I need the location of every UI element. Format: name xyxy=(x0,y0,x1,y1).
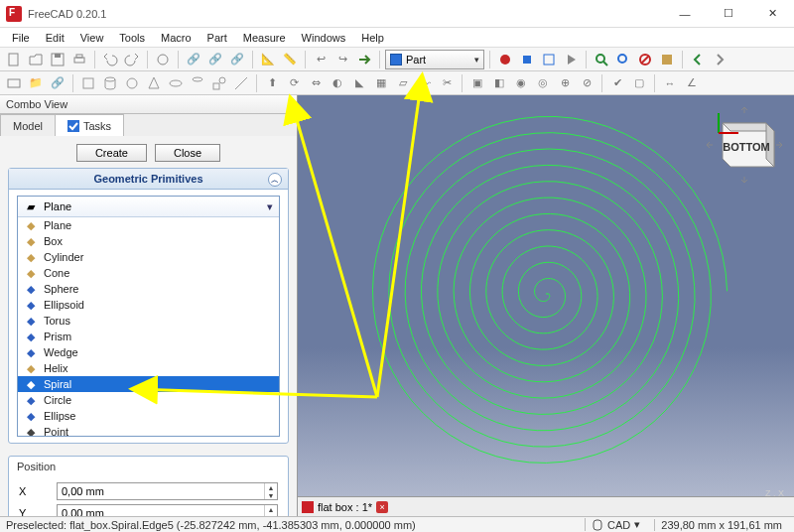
primitive-item-circle[interactable]: ◆Circle xyxy=(18,392,279,408)
3d-viewport[interactable]: BOTTOM Z . X flat box : 1* × xyxy=(298,95,794,516)
link-group-icon[interactable]: 🔗 xyxy=(205,50,225,69)
macro-list-icon[interactable] xyxy=(539,50,559,69)
sphere-icon[interactable] xyxy=(122,73,142,93)
go-icon[interactable] xyxy=(354,50,374,69)
menu-edit[interactable]: Edit xyxy=(38,30,72,46)
loft-icon[interactable]: ▱ xyxy=(393,73,413,93)
maximize-button[interactable]: ☐ xyxy=(707,0,750,28)
defeature-icon[interactable]: ▢ xyxy=(629,73,649,93)
measure-linear-icon[interactable]: ↔ xyxy=(660,73,680,93)
macro-stop-icon[interactable] xyxy=(517,50,537,69)
zoom-fit-icon[interactable] xyxy=(613,50,633,69)
primitives-icon[interactable] xyxy=(209,73,229,93)
cube-icon[interactable] xyxy=(78,73,98,93)
menu-macro[interactable]: Macro xyxy=(153,30,199,46)
y-spinbox[interactable]: ▲▼ xyxy=(57,504,278,516)
bool-compound-icon[interactable]: ▣ xyxy=(467,73,487,93)
bool-common-icon[interactable]: ◎ xyxy=(533,73,553,93)
primitive-item-wedge[interactable]: ◆Wedge xyxy=(18,344,279,360)
measure-2-icon[interactable]: 📏 xyxy=(280,50,300,69)
cone-icon[interactable] xyxy=(144,73,164,93)
check-icon[interactable]: ✔ xyxy=(607,73,627,93)
fillet-icon[interactable]: ◐ xyxy=(328,73,347,93)
primitive-item-torus[interactable]: ◆Torus xyxy=(18,313,279,329)
section-icon[interactable]: ✂ xyxy=(437,73,457,93)
x-spinbox[interactable]: ▲▼ xyxy=(57,482,278,500)
part-folder-icon[interactable]: 📁 xyxy=(26,73,46,93)
menu-help[interactable]: Help xyxy=(353,30,392,46)
revolve-icon[interactable]: ⟳ xyxy=(284,73,304,93)
primitive-item-cylinder[interactable]: ◆Cylinder xyxy=(18,249,279,265)
macro-record-icon[interactable] xyxy=(495,50,515,69)
refresh-icon[interactable] xyxy=(153,50,173,69)
tab-tasks[interactable]: Tasks xyxy=(55,114,124,136)
bool-union-icon[interactable]: ◉ xyxy=(511,73,531,93)
part-link-icon[interactable]: 🔗 xyxy=(48,73,67,93)
print-icon[interactable] xyxy=(69,50,89,69)
y-input[interactable] xyxy=(58,505,264,516)
save-icon[interactable] xyxy=(48,50,67,69)
primitive-item-plane[interactable]: ◆Plane xyxy=(18,217,279,233)
cylinder-icon[interactable] xyxy=(100,73,120,93)
menu-measure[interactable]: Measure xyxy=(235,30,294,46)
workbench-selector[interactable]: Part ▾ xyxy=(385,50,484,69)
minimize-button[interactable]: ― xyxy=(663,0,707,28)
open-icon[interactable] xyxy=(26,50,46,69)
link-replace-icon[interactable]: 🔗 xyxy=(227,50,247,69)
geometric-primitives-header[interactable]: Geometric Primitives ︿ xyxy=(9,169,288,190)
forward-icon[interactable]: ↪ xyxy=(332,50,352,69)
new-doc-icon[interactable] xyxy=(4,50,24,69)
bool-split-icon[interactable]: ⊘ xyxy=(577,73,596,93)
status-cad-cell[interactable]: CAD ▾ xyxy=(585,518,646,531)
primitive-item-spiral[interactable]: ◆Spiral xyxy=(18,376,279,392)
menu-part[interactable]: Part xyxy=(199,30,235,46)
primitive-dropdown[interactable]: ▰ Plane ▾ ◆Plane◆Box◆Cylinder◆Cone◆Spher… xyxy=(17,196,280,437)
nav-fwd-icon[interactable] xyxy=(710,50,729,69)
tube-icon[interactable] xyxy=(188,73,207,93)
link-icon[interactable]: 🔗 xyxy=(184,50,203,69)
collapse-icon[interactable]: ︿ xyxy=(268,173,282,187)
doc-tab-close-icon[interactable]: × xyxy=(376,501,388,513)
extrude-icon[interactable]: ⬆ xyxy=(262,73,282,93)
x-input[interactable] xyxy=(58,483,264,499)
menu-view[interactable]: View xyxy=(72,30,112,46)
primitive-item-box[interactable]: ◆Box xyxy=(18,233,279,249)
no-icon[interactable] xyxy=(635,50,655,69)
shapebuilder-icon[interactable] xyxy=(231,73,251,93)
menu-file[interactable]: File xyxy=(4,30,38,46)
primitive-item-prism[interactable]: ◆Prism xyxy=(18,329,279,344)
close-window-button[interactable]: ✕ xyxy=(750,0,794,28)
x-spin-arrows[interactable]: ▲▼ xyxy=(264,483,277,499)
sweep-icon[interactable]: 〰 xyxy=(415,73,435,93)
navigation-cube[interactable]: BOTTOM xyxy=(703,103,786,187)
part-design-icon[interactable] xyxy=(657,50,677,69)
primitive-item-cone[interactable]: ◆Cone xyxy=(18,265,279,281)
nav-back-icon[interactable] xyxy=(688,50,708,69)
tab-model[interactable]: Model xyxy=(0,114,56,136)
close-button[interactable]: Close xyxy=(155,144,220,162)
measure-icon[interactable]: 📐 xyxy=(258,50,278,69)
primitive-item-helix[interactable]: ◆Helix xyxy=(18,360,279,376)
zoom-in-icon[interactable] xyxy=(592,50,611,69)
primitive-item-ellipse[interactable]: ◆Ellipse xyxy=(18,408,279,424)
torus-icon[interactable] xyxy=(166,73,186,93)
back-icon[interactable]: ↩ xyxy=(311,50,331,69)
doc-tab-label[interactable]: flat box : 1* xyxy=(318,501,372,513)
bool-join-icon[interactable]: ⊕ xyxy=(555,73,575,93)
menu-tools[interactable]: Tools xyxy=(111,30,153,46)
primitive-item-ellipsoid[interactable]: ◆Ellipsoid xyxy=(18,297,279,313)
mirror-icon[interactable]: ⇔ xyxy=(306,73,326,93)
chamfer-icon[interactable]: ◣ xyxy=(349,73,369,93)
part-group-icon[interactable] xyxy=(4,73,24,93)
measure-angular-icon[interactable]: ∠ xyxy=(682,73,702,93)
bool-cut-icon[interactable]: ◧ xyxy=(489,73,509,93)
ruled-icon[interactable]: ▦ xyxy=(371,73,391,93)
macro-play-icon[interactable] xyxy=(561,50,581,69)
redo-icon[interactable] xyxy=(122,50,142,69)
primitive-item-point[interactable]: ◆Point xyxy=(18,424,279,436)
undo-icon[interactable] xyxy=(100,50,120,69)
y-spin-arrows[interactable]: ▲▼ xyxy=(264,505,277,516)
menu-windows[interactable]: Windows xyxy=(294,30,354,46)
primitive-dropdown-selected[interactable]: ▰ Plane ▾ xyxy=(18,197,279,217)
primitive-item-sphere[interactable]: ◆Sphere xyxy=(18,281,279,297)
